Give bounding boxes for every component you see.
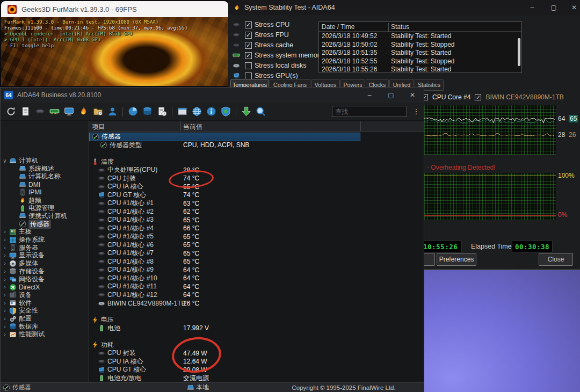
row-label: CPU #1/核心 #9: [107, 265, 154, 274]
furmark-osd-line: > OpenGL renderer: Intel(R) Arc(TM) B570…: [4, 31, 224, 37]
toolbar-folder-clock-icon[interactable]: [91, 105, 105, 119]
log-row[interactable]: 2026/3/18 10:51:35Stability Test: Starte…: [319, 48, 518, 57]
toolbar-down-arrow-icon[interactable]: [239, 105, 253, 119]
toolbar-report-clock-icon[interactable]: [155, 105, 169, 119]
sensor-row[interactable]: CPU #1/核心 #163 °C: [89, 199, 424, 208]
sensor-row[interactable]: CPU GT 核心74 °C: [89, 191, 424, 200]
legend-checkbox[interactable]: ✓: [475, 94, 481, 100]
chevron-right-icon[interactable]: ›: [2, 292, 8, 298]
chevron-right-icon[interactable]: ›: [2, 237, 8, 243]
furmark-osd-text: FurMark v1.39.3.0 - Burn-in test, 1920x1…: [4, 19, 224, 49]
checkbox[interactable]: [245, 62, 252, 69]
chevron-right-icon[interactable]: ›: [2, 252, 8, 258]
checkbox[interactable]: ✓: [245, 42, 252, 49]
checkbox[interactable]: [245, 72, 252, 79]
sensor-row[interactable]: 电池17.992 V: [89, 324, 424, 333]
toolbar-refresh-icon[interactable]: [4, 105, 18, 119]
toolbar-display-icon[interactable]: [62, 105, 76, 119]
log-row[interactable]: 2026/3/18 10:55:26Stability Test: Starte…: [319, 65, 518, 74]
toolbar-user-icon[interactable]: [105, 105, 120, 119]
toolbar-cpu-icon[interactable]: [33, 105, 47, 119]
toolbar-pie-chart-icon[interactable]: [126, 105, 140, 119]
checkbox[interactable]: ✓: [245, 21, 252, 28]
sensor-row[interactable]: 传感器: [89, 133, 360, 141]
overflow-menu-icon[interactable]: ⋮: [412, 105, 421, 117]
statusbar-copyright: Copyright © 1995-2025 FinalWire Ltd.: [292, 384, 396, 391]
chevron-right-icon[interactable]: ›: [2, 324, 8, 330]
chevron-right-icon[interactable]: ›: [2, 308, 8, 314]
chevron-right-icon[interactable]: ›: [2, 300, 8, 306]
toolbar-database-icon[interactable]: [140, 105, 155, 119]
chevron-right-icon[interactable]: ›: [2, 284, 8, 290]
toolbar-globe-icon[interactable]: [190, 105, 204, 119]
toolbar-report-icon[interactable]: [18, 105, 33, 119]
stress-option[interactable]: Stress local disks: [233, 61, 307, 70]
log-row[interactable]: 2026/3/18 10:50:02Stability Test: Stoppe…: [319, 40, 518, 49]
sidebar-item-便携式计算机[interactable]: 便携式计算机: [19, 212, 67, 220]
stress-option[interactable]: ✓Stress cache: [233, 41, 293, 49]
minimize-button[interactable]: –: [364, 90, 375, 100]
sensor-row[interactable]: CPU #1/核心 #865 °C: [89, 258, 424, 266]
minimize-button[interactable]: –: [526, 2, 538, 13]
search-input[interactable]: [332, 106, 407, 117]
sensor-row[interactable]: CPU IA 核心65 °C: [89, 183, 424, 191]
sensor-row[interactable]: CPU #1/核心 #466 °C: [89, 224, 424, 233]
close-icon[interactable]: ✕: [407, 90, 418, 100]
sidebar-item-DMI[interactable]: DMI: [19, 180, 40, 188]
chevron-right-icon[interactable]: ›: [2, 245, 8, 251]
sensor-row[interactable]: CPU GT 核心29.08 W: [89, 366, 424, 374]
sensor-row[interactable]: CPU 封装47.49 W: [89, 349, 424, 358]
checkbox[interactable]: ✓: [245, 52, 252, 59]
maximize-button[interactable]: ▢: [385, 90, 397, 100]
section-row[interactable]: 功耗: [89, 341, 424, 350]
sensor-row[interactable]: 中央处理器(CPU)28 °C: [89, 166, 424, 175]
preferences-button[interactable]: Preferences: [437, 253, 476, 266]
row-label: CPU #1/核心 #7: [107, 249, 154, 258]
toolbar-flame-icon[interactable]: [76, 105, 91, 119]
sidebar-item-网络设备[interactable]: ›网络设备: [2, 275, 45, 284]
sensor-row[interactable]: CPU #1/核心 #964 °C: [89, 266, 424, 274]
section-row[interactable]: 温度: [89, 158, 424, 166]
section-row[interactable]: 电压: [89, 316, 424, 324]
sensor-row[interactable]: CPU #1/核心 #565 °C: [89, 233, 424, 241]
chevron-right-icon[interactable]: ›: [2, 229, 8, 235]
sensor-row[interactable]: CPU #1/核心 #262 °C: [89, 208, 424, 216]
chevron-right-icon[interactable]: ›: [2, 331, 8, 337]
maximize-button[interactable]: ▢: [548, 2, 560, 13]
toolbar-info-icon[interactable]: [204, 105, 219, 119]
sensor-row[interactable]: BIWIN CE942V8890M-1TB26 °C: [89, 299, 424, 308]
stress-option[interactable]: ✓Stress FPU: [233, 31, 289, 39]
sensor-row[interactable]: CPU #1/核心 #765 °C: [89, 249, 424, 258]
chevron-right-icon[interactable]: ›: [2, 277, 8, 282]
stress-option[interactable]: ✓Stress system memory: [233, 51, 323, 60]
flame-icon: [233, 4, 241, 11]
sensor-row[interactable]: CPU #1/核心 #365 °C: [89, 216, 424, 224]
checkbox[interactable]: ✓: [245, 32, 252, 39]
toolbar-ram-icon[interactable]: [47, 105, 62, 119]
log-col-status: Status: [391, 23, 409, 31]
toolbar-shield-icon[interactable]: [219, 105, 233, 119]
chevron-right-icon[interactable]: ›: [2, 316, 8, 322]
sensor-row[interactable]: 传感器类型CPU, HDD, ACPI, SNB: [89, 141, 424, 150]
sidebar-item-计算机名称[interactable]: 计算机名称: [19, 172, 61, 180]
desktop-wallpaper: [424, 270, 580, 392]
sidebar-item-性能测试[interactable]: ›性能测试: [2, 330, 45, 338]
sensor-row[interactable]: CPU #1/核心 #1164 °C: [89, 282, 424, 291]
close-button[interactable]: Close: [539, 253, 573, 266]
sensor-row[interactable]: CPU IA 核心12.64 W: [89, 358, 424, 366]
log-row[interactable]: 2026/3/18 10:52:55Stability Test: Stoppe…: [319, 57, 518, 66]
sensor-row[interactable]: CPU #1/核心 #1064 °C: [89, 274, 424, 283]
chevron-right-icon[interactable]: ›: [2, 260, 8, 266]
sensor-row[interactable]: 电池充/放电交流电源: [89, 374, 424, 383]
sensor-row[interactable]: CPU 封装74 °C: [89, 175, 424, 183]
stress-option[interactable]: ✓Stress CPU: [233, 20, 289, 29]
close-icon[interactable]: ✕: [568, 2, 580, 13]
toolbar-magnifier-icon[interactable]: [253, 105, 268, 119]
toolbar-window-icon[interactable]: [175, 105, 190, 119]
log-row[interactable]: 2026/3/18 10:49:52Stability Test: Starte…: [319, 32, 518, 40]
sensor-row[interactable]: CPU #1/核心 #665 °C: [89, 241, 424, 250]
chevron-right-icon[interactable]: ›: [2, 268, 8, 274]
chevron-down-icon[interactable]: ∨: [2, 158, 8, 164]
sensor-row[interactable]: CPU #1/核心 #1264 °C: [89, 291, 424, 300]
log-scrollbar-thumb[interactable]: [518, 38, 520, 66]
